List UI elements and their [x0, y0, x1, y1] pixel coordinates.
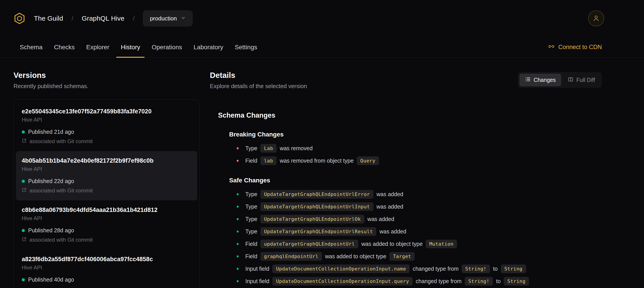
change-text: was added	[380, 228, 406, 235]
change-text: changed type from	[416, 278, 462, 284]
tab-history[interactable]: History	[115, 37, 146, 58]
external-link-icon	[22, 237, 26, 243]
changes-view-button[interactable]: Changes	[520, 74, 561, 86]
change-bullet-dot	[237, 280, 239, 282]
version-list-item[interactable]: 4b05ab51b1b4a7e2e4b0ef82172f2b9f7ef98c0b…	[16, 151, 197, 200]
full-diff-view-button[interactable]: Full Diff	[562, 74, 600, 86]
code-chip: UpdateDocumentCollectionOperationInput.q…	[272, 277, 412, 285]
tab-label: Explorer	[86, 44, 109, 51]
version-list-item[interactable]: e2e55045345ce13fe07f52a77459b83fa3fe7020…	[16, 102, 197, 151]
version-list-item[interactable]: c8b6e88a06793b9c4dfd54aaa21b36a1b421d812…	[16, 200, 197, 250]
code-chip: UpdateTargetGraphQLEndpointUrlInput	[260, 202, 374, 211]
change-text: Type	[245, 228, 257, 235]
code-chip: String	[504, 277, 529, 285]
version-git-label: associated with Git commit	[30, 138, 93, 144]
tab-checks[interactable]: Checks	[48, 37, 80, 58]
version-hash: c8b6e88a06793b9c4dfd54aaa21b36a1b421d812	[22, 207, 192, 213]
change-text: was added to object type	[362, 241, 423, 247]
details-title-block: Details Explore details of the selected …	[210, 71, 307, 90]
app-header: The Guild / GraphQL Hive / production	[0, 0, 644, 37]
change-bullet-dot	[237, 193, 239, 195]
tab-label: Settings	[235, 44, 257, 51]
version-git-row: associated with Git commit	[22, 237, 192, 243]
user-avatar-button[interactable]	[588, 11, 604, 27]
tab-explorer[interactable]: Explorer	[80, 37, 115, 58]
version-list-item[interactable]: a823f6db2a55df877dcf406006abca97fcc4858c…	[16, 250, 197, 288]
version-hash: a823f6db2a55df877dcf406006abca97fcc4858c	[22, 256, 192, 263]
tab-laboratory[interactable]: Laboratory	[188, 37, 229, 58]
version-published-label: Published 22d ago	[28, 178, 74, 184]
connect-to-cdn-button[interactable]: Connect to CDN	[548, 37, 602, 58]
change-group: Safe Changes TypeUpdateTargetGraphQLEndp…	[218, 177, 602, 286]
change-group-title: Breaking Changes	[229, 131, 602, 138]
change-groups: Breaking Changes TypeLabwas removedField…	[218, 131, 602, 286]
external-link-icon	[22, 138, 26, 144]
code-chip: UpdateDocumentCollectionOperationInput.n…	[272, 264, 410, 273]
columns-icon	[568, 77, 574, 84]
change-bullet-dot	[237, 206, 239, 208]
tab-list: Schema Checks Explorer History Operation…	[14, 37, 263, 58]
change-text: Field	[245, 158, 257, 164]
project-name[interactable]: GraphQL Hive	[82, 15, 124, 22]
schema-change-item: Input fieldUpdateDocumentCollectionOpera…	[237, 264, 602, 273]
version-hash: e2e55045345ce13fe07f52a77459b83fa3fe7020	[22, 108, 192, 115]
version-published-row: Published 28d ago	[22, 227, 192, 234]
version-published-label: Published 21d ago	[28, 129, 74, 135]
tab-label: History	[121, 44, 140, 51]
tab-schema[interactable]: Schema	[14, 37, 48, 58]
code-chip: graphqlEndpointUrl	[260, 252, 322, 261]
tab-label: Operations	[152, 44, 182, 51]
target-selector-value: production	[150, 15, 176, 22]
change-list: TypeUpdateTargetGraphQLEndpointUrlErrorw…	[229, 190, 602, 286]
change-list: TypeLabwas removedFieldlabwas removed fr…	[229, 144, 602, 165]
connect-to-cdn-label: Connect to CDN	[558, 44, 602, 51]
versions-panel: Versions Recently published schemas. e2e…	[0, 58, 200, 288]
change-bullet-dot	[237, 160, 239, 162]
published-status-dot	[22, 180, 25, 183]
change-text: was added	[368, 216, 394, 222]
schema-change-item: TypeUpdateTargetGraphQLEndpointUrlErrorw…	[237, 190, 602, 199]
change-text: to	[493, 265, 498, 272]
details-header: Details Explore details of the selected …	[210, 71, 602, 90]
published-status-dot	[22, 229, 25, 232]
external-link-icon	[22, 187, 26, 194]
change-bullet-dot	[237, 268, 239, 270]
hive-app: The Guild / GraphQL Hive / production Sc…	[0, 0, 644, 288]
code-chip: String	[501, 264, 526, 273]
user-icon	[592, 14, 600, 23]
code-chip: String!	[462, 264, 490, 273]
version-git-label: associated with Git commit	[30, 187, 93, 194]
change-text: Type	[245, 191, 257, 197]
link-icon	[548, 43, 555, 51]
code-chip: UpdateTargetGraphQLEndpointUrlError	[260, 190, 374, 199]
tab-operations[interactable]: Operations	[146, 37, 188, 58]
code-chip: Mutation	[426, 240, 457, 248]
version-published-label: Published 28d ago	[28, 227, 74, 234]
version-git-row: associated with Git commit	[22, 187, 192, 194]
list-icon	[525, 76, 531, 84]
full-diff-view-label: Full Diff	[576, 77, 595, 83]
code-chip: UpdateTargetGraphQLEndpointUrlOk	[260, 215, 364, 223]
code-chip: String!	[465, 277, 493, 285]
change-bullet-dot	[237, 255, 239, 257]
change-bullet-dot	[237, 230, 239, 232]
change-bullet-dot	[237, 147, 239, 149]
change-text: was removed	[280, 145, 313, 152]
change-text: was removed from object type	[280, 158, 354, 164]
target-selector-dropdown[interactable]: production	[143, 11, 192, 27]
change-text: Field	[245, 253, 257, 259]
change-text: Type	[245, 203, 257, 210]
details-title: Details	[210, 71, 307, 80]
change-text: was added to object type	[325, 253, 386, 259]
change-group-title: Safe Changes	[229, 177, 602, 184]
change-text: changed type from	[413, 265, 458, 272]
tab-settings[interactable]: Settings	[229, 37, 263, 58]
change-text: Type	[245, 216, 257, 222]
change-group: Breaking Changes TypeLabwas removedField…	[218, 131, 602, 165]
org-name[interactable]: The Guild	[34, 15, 63, 22]
chevron-down-icon	[181, 15, 186, 22]
change-text: Input field	[245, 265, 269, 272]
version-service: Hive API	[22, 215, 192, 221]
schema-change-item: TypeUpdateTargetGraphQLEndpointUrlResult…	[237, 227, 602, 236]
version-published-row: Published 22d ago	[22, 178, 192, 184]
